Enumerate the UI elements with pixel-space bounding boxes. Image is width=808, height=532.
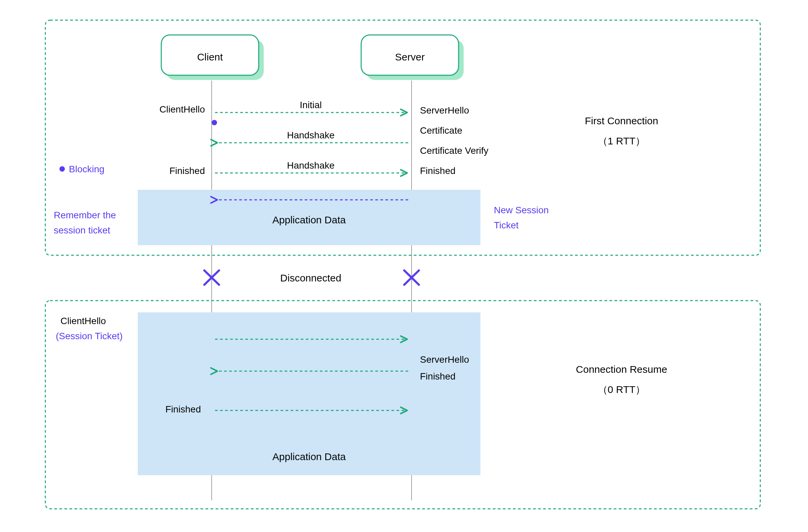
connection-resume-rtt: （0 RTT） xyxy=(598,384,646,395)
remember-ticket-text1: Remember the xyxy=(54,210,116,220)
resume-server-finished-text: Finished xyxy=(420,371,456,382)
first-connection-title: First Connection xyxy=(585,115,658,126)
resume-client-finished-text: Finished xyxy=(165,404,201,415)
blocking-dot-icon xyxy=(212,120,217,125)
server-hello-text: ServerHello xyxy=(420,105,469,116)
server-node: Server xyxy=(361,35,464,80)
client-label: Client xyxy=(197,51,223,62)
server-finished-text: Finished xyxy=(420,166,456,176)
arrow-handshake-1-label: Handshake xyxy=(287,130,335,140)
client-hello-text: ClientHello xyxy=(160,104,205,115)
client-finished-text: Finished xyxy=(169,166,205,176)
remember-ticket-text2: session ticket xyxy=(54,225,110,235)
legend-blocking-dot-icon xyxy=(59,166,65,172)
new-session-ticket-text2: Ticket xyxy=(494,220,519,230)
resume-session-ticket-text: (Session Ticket) xyxy=(56,331,123,341)
app-data-text-1: Application Data xyxy=(273,214,346,225)
arrow-initial-label: Initial xyxy=(300,100,322,110)
first-connection-rtt: （1 RTT） xyxy=(598,135,646,147)
tls-sequence-diagram: Client Server First Connection （1 RTT） I… xyxy=(0,0,808,532)
legend-blocking-text: Blocking xyxy=(69,164,105,174)
arrow-handshake-2-label: Handshake xyxy=(287,160,335,171)
new-session-ticket-text1: New Session xyxy=(494,205,549,215)
server-certificate-text: Certificate xyxy=(420,125,462,136)
resume-client-hello-text: ClientHello xyxy=(60,316,106,326)
connection-resume-title: Connection Resume xyxy=(576,364,667,375)
server-label: Server xyxy=(395,51,425,62)
disconnected-text: Disconnected xyxy=(280,272,341,283)
resume-server-hello-text: ServerHello xyxy=(420,354,469,365)
server-cert-verify-text: Certificate Verify xyxy=(420,146,489,156)
app-data-text-2: Application Data xyxy=(273,451,346,462)
client-node: Client xyxy=(161,35,264,80)
